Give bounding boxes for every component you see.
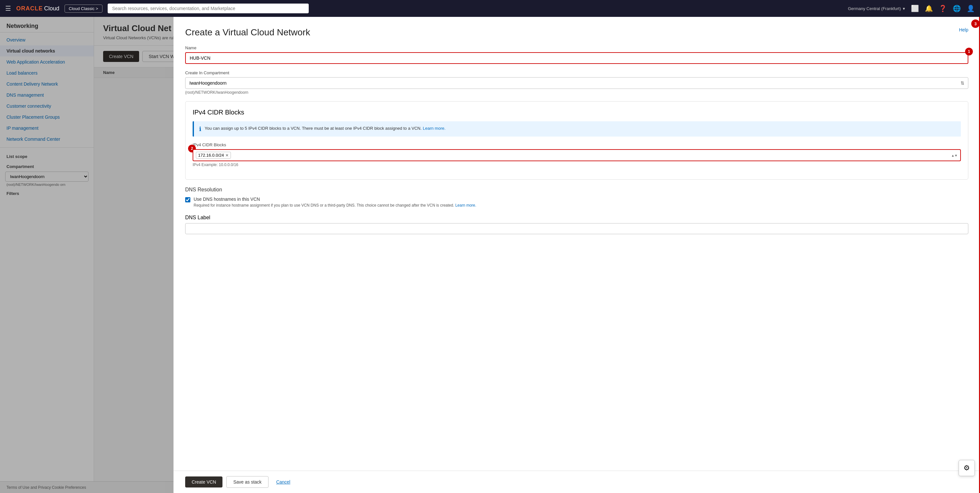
cloud-classic-button[interactable]: Cloud Classic > [65, 5, 102, 13]
modal-help-link[interactable]: Help [959, 27, 968, 32]
hamburger-menu-icon[interactable]: ☰ [5, 5, 11, 12]
dns-checkbox-row: Use DNS hostnames in this VCN Required f… [185, 197, 968, 208]
annotation-1-badge: 1 [965, 48, 973, 56]
modal-annotation-border: 3 [978, 17, 980, 493]
dns-checkbox-hint: Required for instance hostname assignmen… [194, 203, 476, 208]
help-widget-icon: ⚙ [964, 464, 970, 472]
dns-label-input[interactable] [185, 223, 968, 234]
dns-label-section: DNS Label [185, 215, 968, 234]
info-text: You can assign up to 5 IPv4 CIDR blocks … [205, 125, 445, 132]
dns-checkbox-content: Use DNS hostnames in this VCN Required f… [194, 197, 476, 208]
cidr-label: IPv4 CIDR Blocks [192, 142, 961, 147]
ipv4-info-box: ℹ You can assign up to 5 IPv4 CIDR block… [192, 121, 961, 137]
ipv4-cidr-title: IPv4 CIDR Blocks [192, 109, 961, 116]
compartment-form-hint: (root)/NETWORK/IwanHoogendoorn [185, 90, 968, 95]
ipv4-cidr-section: IPv4 CIDR Blocks ℹ You can assign up to … [185, 101, 968, 180]
notifications-icon[interactable]: 🔔 [925, 5, 933, 12]
name-annotation-wrapper: 1 [185, 52, 968, 64]
modal-overlay: 3 Create a Virtual Cloud Network Help Na… [0, 17, 980, 493]
user-profile-icon[interactable]: 👤 [967, 5, 975, 12]
cloud-logo-text: Cloud [44, 5, 59, 12]
name-form-group: Name 1 [185, 45, 968, 64]
modal-cancel-button[interactable]: Cancel [272, 477, 294, 488]
name-input[interactable] [185, 52, 968, 64]
cidr-example-hint: IPv4 Example: 10.0.0.0/16 [192, 162, 961, 167]
modal-title-row: Create a Virtual Cloud Network Help [185, 27, 968, 38]
modal-content: Create a Virtual Cloud Network Help Name… [173, 17, 980, 471]
dns-label-title: DNS Label [185, 215, 968, 221]
cidr-input-wrap[interactable]: 172.16.0.0/24 ✕ ▲▼ [192, 149, 961, 161]
oracle-logo: ORACLE Cloud [16, 5, 59, 12]
name-label: Name [185, 45, 968, 50]
help-icon[interactable]: ❓ [939, 5, 947, 12]
modal-title-text: Create a Virtual Cloud Network [185, 27, 310, 38]
modal-create-vcn-button[interactable]: Create VCN [185, 477, 223, 488]
cidr-arrows-icon[interactable]: ▲▼ [951, 153, 958, 157]
create-vcn-modal: 3 Create a Virtual Cloud Network Help Na… [173, 17, 980, 493]
search-bar[interactable] [108, 3, 309, 13]
help-widget[interactable]: ⚙ [959, 460, 975, 476]
compartment-select-wrap: IwanHoogendoorn ⇅ [185, 77, 968, 89]
dns-learn-more-link[interactable]: Learn more. [455, 203, 476, 208]
oracle-logo-text: ORACLE [16, 5, 43, 12]
dns-checkbox-label: Use DNS hostnames in this VCN [194, 197, 476, 202]
top-navigation: ☰ ORACLE Cloud Cloud Classic > Germany C… [0, 0, 980, 17]
info-learn-more-link[interactable]: Learn more. [423, 126, 445, 131]
search-input[interactable] [108, 3, 309, 13]
dns-checkbox[interactable] [185, 197, 190, 202]
modal-backdrop-spacer [0, 17, 173, 493]
modal-footer: Create VCN Save as stack Cancel [173, 471, 980, 493]
language-icon[interactable]: 🌐 [953, 5, 961, 12]
info-circle-icon: ℹ [199, 126, 201, 133]
compartment-form-group: Create In Compartment IwanHoogendoorn ⇅ … [185, 70, 968, 95]
region-label: Germany Central (Frankfurt) [848, 6, 901, 11]
cidr-form-group: IPv4 CIDR Blocks 2 172.16.0.0/24 ✕ ▲▼ I [192, 142, 961, 167]
cidr-tag-172: 172.16.0.0/24 ✕ [196, 152, 231, 159]
dns-resolution-section: DNS Resolution Use DNS hostnames in this… [185, 187, 968, 208]
cidr-inner-input[interactable] [233, 153, 947, 158]
dns-resolution-title: DNS Resolution [185, 187, 968, 192]
annotation-3-badge: 3 [971, 19, 980, 28]
modal-save-as-stack-button[interactable]: Save as stack [226, 476, 268, 488]
region-selector[interactable]: Germany Central (Frankfurt) ▾ [848, 6, 905, 11]
cidr-tag-remove-icon[interactable]: ✕ [225, 153, 229, 157]
compartment-form-select[interactable]: IwanHoogendoorn [185, 77, 968, 89]
cloud-shell-icon[interactable]: ⬜ [911, 5, 919, 12]
cidr-input-container: 2 172.16.0.0/24 ✕ ▲▼ [192, 149, 961, 161]
region-arrow-icon: ▾ [903, 6, 905, 11]
nav-right-controls: Germany Central (Frankfurt) ▾ ⬜ 🔔 ❓ 🌐 👤 [848, 5, 975, 12]
cidr-tag-value: 172.16.0.0/24 [198, 153, 224, 157]
compartment-form-label: Create In Compartment [185, 70, 968, 75]
